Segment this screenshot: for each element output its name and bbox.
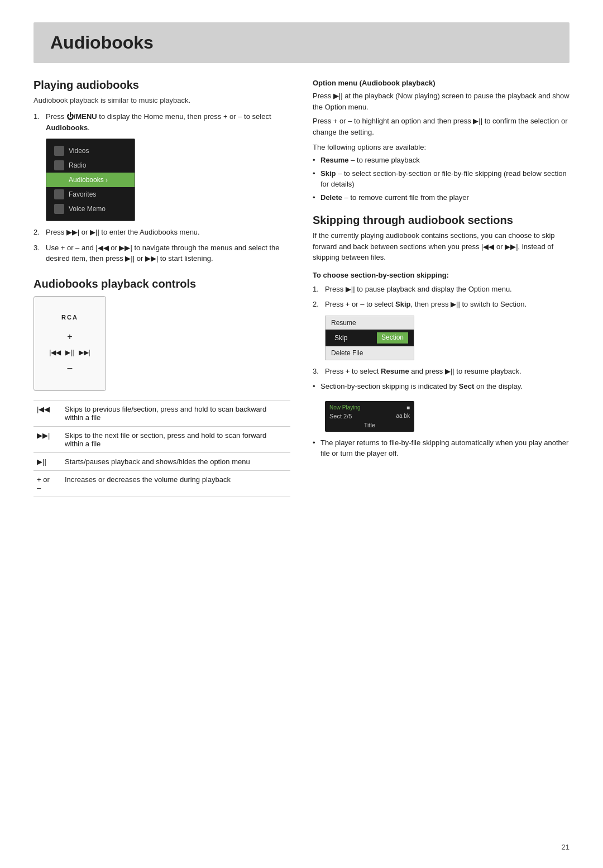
device-brand: RCA — [61, 314, 78, 321]
playing-steps: 1. Press ⏻/MENU to display the Home menu… — [34, 111, 290, 133]
next-symbol: ▶▶| — [37, 431, 50, 440]
prev-description: Skips to previous file/section, press an… — [61, 400, 290, 426]
skip-step-2: 2. Press + or – to select Skip, then pre… — [313, 299, 570, 310]
available-options-text: The following options are available: — [313, 143, 570, 151]
next-button-symbol: ▶▶| — [79, 349, 90, 356]
prev-button-symbol: |◀◀ — [49, 349, 61, 356]
menu-item-radio: Radio — [46, 158, 135, 173]
np-aa-bk: aa bk — [396, 413, 410, 419]
videos-icon — [54, 146, 64, 156]
left-column: Playing audiobooks Audiobook playback is… — [34, 79, 290, 497]
skip-step-3: 3. Press + to select Resume and press ▶|… — [313, 366, 570, 377]
play-description: Starts/pauses playback and shows/hides t… — [61, 452, 290, 470]
now-playing-display: Now Playing ■ Sect 2/5 aa bk Title — [325, 401, 414, 432]
option-skip: Skip – to select section-by-section or f… — [313, 168, 570, 190]
device-plus-symbol: + — [67, 332, 72, 342]
control-row-prev: |◀◀ Skips to previous file/section, pres… — [34, 400, 290, 426]
favorites-icon — [54, 189, 64, 199]
option-delete: Delete – to remove current file from the… — [313, 192, 570, 203]
audiobooks-icon — [54, 175, 64, 185]
next-description: Skips to the next file or section, press… — [61, 426, 290, 452]
control-row-next: ▶▶| Skips to the next file or section, p… — [34, 426, 290, 452]
option-menu-desc2: Press + or – to highlight an option and … — [313, 116, 570, 137]
option-menu-desc1: Press ▶|| at the playback (Now playing) … — [313, 90, 570, 112]
section-label: Section — [377, 332, 408, 344]
skip-step-1: 1. Press ▶|| to pause playback and displ… — [313, 284, 570, 295]
volume-symbol: + or – — [37, 475, 50, 492]
page-title: Audiobooks — [50, 32, 154, 53]
skip-steps-cont: 3. Press + to select Resume and press ▶|… — [313, 366, 570, 377]
option-menu-heading: Option menu (Audiobook playback) — [313, 79, 570, 87]
skip-label: Skip — [331, 332, 377, 344]
np-header-row: Now Playing ■ — [329, 403, 410, 412]
prev-symbol: |◀◀ — [37, 405, 50, 413]
section-indicator-item: Section-by-section skipping is indicated… — [313, 381, 570, 392]
controls-section: Audiobooks playback controls RCA + |◀◀ ▶… — [34, 278, 290, 497]
skip-menu-screenshot: Resume Skip Section Delete File — [325, 316, 414, 360]
final-bullets: The player returns to file-by-file skipp… — [313, 437, 570, 459]
device-image: RCA + |◀◀ ▶|| ▶▶| – — [34, 296, 106, 391]
device-minus-symbol: – — [68, 363, 73, 373]
menu-item-videos: Videos — [46, 144, 135, 158]
np-sect-label: Sect 2/5 — [329, 413, 352, 419]
section-indicator-list: Section-by-section skipping is indicated… — [313, 381, 570, 392]
skipping-desc: If the currently playing audiobook conta… — [313, 230, 570, 263]
page-number: 21 — [562, 843, 570, 851]
step-3: 3. Use + or – and |◀◀ or ▶▶| to navigate… — [34, 242, 290, 264]
np-title-row: Title — [329, 421, 410, 430]
final-bullet-item: The player returns to file-by-file skipp… — [313, 437, 570, 459]
menu-item-voicememo: Voice Memo — [46, 202, 135, 216]
skip-menu-skip-active: Skip Section — [326, 330, 414, 346]
voicememo-icon — [54, 204, 64, 214]
playing-subtitle: Audiobook playback is similar to music p… — [34, 96, 290, 104]
skipping-title: Skipping through audiobook sections — [313, 214, 570, 227]
skipping-section: Skipping through audiobook sections If t… — [313, 214, 570, 459]
menu-item-audiobooks[interactable]: Audiobooks › — [46, 173, 135, 187]
radio-icon — [54, 160, 64, 170]
play-symbol: ▶|| — [37, 457, 46, 466]
np-sect-row: Sect 2/5 aa bk — [329, 412, 410, 421]
option-resume: Resume – to resume playback — [313, 155, 570, 166]
controls-table: |◀◀ Skips to previous file/section, pres… — [34, 400, 290, 497]
control-row-play: ▶|| Starts/pauses playback and shows/hid… — [34, 452, 290, 470]
page-header: Audiobooks — [34, 22, 570, 63]
controls-title: Audiobooks playback controls — [34, 278, 290, 290]
two-column-layout: Playing audiobooks Audiobook playback is… — [34, 79, 570, 497]
menu-screenshot: Videos Radio Audiobooks › Favorites Voic… — [46, 139, 135, 221]
control-row-volume: + or – Increases or decreases the volume… — [34, 470, 290, 497]
options-list: Resume – to resume playback Skip – to se… — [313, 155, 570, 203]
menu-item-favorites: Favorites — [46, 187, 135, 202]
step-1: 1. Press ⏻/MENU to display the Home menu… — [34, 111, 290, 133]
skip-menu-delete: Delete File — [326, 346, 414, 360]
np-icon: ■ — [406, 404, 410, 411]
skip-steps: 1. Press ▶|| to pause playback and displ… — [313, 284, 570, 310]
np-now-playing-label: Now Playing — [329, 404, 361, 411]
page-container: Audiobooks Playing audiobooks Audiobook … — [0, 0, 603, 531]
step-2: 2. Press ▶▶| or ▶|| to enter the Audiobo… — [34, 227, 290, 238]
playing-steps-2: 2. Press ▶▶| or ▶|| to enter the Audiobo… — [34, 227, 290, 264]
subsection-title: To choose section-by-section skipping: — [313, 271, 570, 279]
volume-description: Increases or decreases the volume during… — [61, 470, 290, 497]
play-button-symbol: ▶|| — [65, 349, 74, 356]
device-buttons: |◀◀ ▶|| ▶▶| — [49, 349, 90, 356]
right-column: Option menu (Audiobook playback) Press ▶… — [313, 79, 570, 497]
playing-title: Playing audiobooks — [34, 79, 290, 92]
skip-menu-resume: Resume — [326, 316, 414, 330]
